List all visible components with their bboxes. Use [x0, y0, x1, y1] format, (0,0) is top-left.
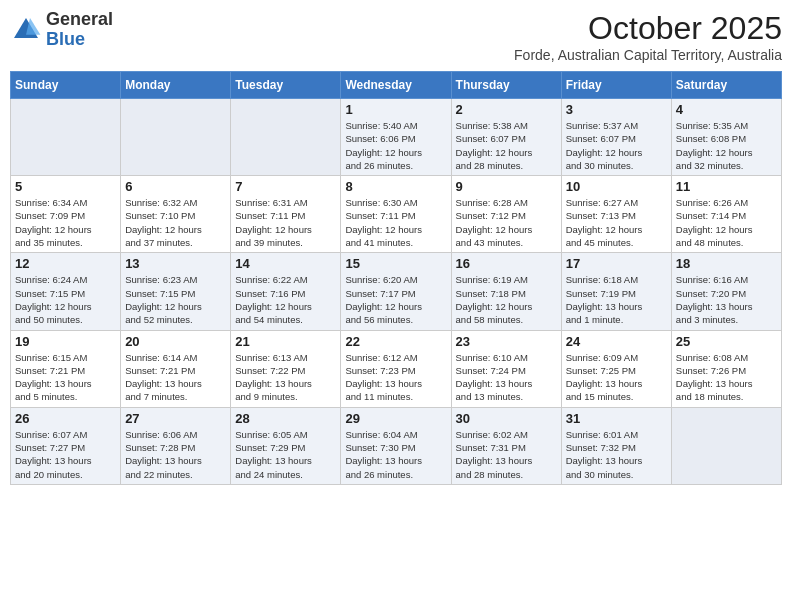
- day-number: 29: [345, 411, 446, 426]
- day-number: 18: [676, 256, 777, 271]
- calendar-cell: 12Sunrise: 6:24 AM Sunset: 7:15 PM Dayli…: [11, 253, 121, 330]
- day-info: Sunrise: 6:16 AM Sunset: 7:20 PM Dayligh…: [676, 273, 777, 326]
- day-number: 20: [125, 334, 226, 349]
- day-number: 10: [566, 179, 667, 194]
- day-number: 28: [235, 411, 336, 426]
- day-number: 26: [15, 411, 116, 426]
- calendar-cell: 30Sunrise: 6:02 AM Sunset: 7:31 PM Dayli…: [451, 407, 561, 484]
- logo-text: General Blue: [46, 10, 113, 50]
- calendar-table: SundayMondayTuesdayWednesdayThursdayFrid…: [10, 71, 782, 485]
- calendar-week-row: 12Sunrise: 6:24 AM Sunset: 7:15 PM Dayli…: [11, 253, 782, 330]
- title-block: October 2025 Forde, Australian Capital T…: [514, 10, 782, 63]
- calendar-cell: 18Sunrise: 6:16 AM Sunset: 7:20 PM Dayli…: [671, 253, 781, 330]
- location: Forde, Australian Capital Territory, Aus…: [514, 47, 782, 63]
- calendar-cell: [671, 407, 781, 484]
- day-info: Sunrise: 6:13 AM Sunset: 7:22 PM Dayligh…: [235, 351, 336, 404]
- day-info: Sunrise: 6:08 AM Sunset: 7:26 PM Dayligh…: [676, 351, 777, 404]
- calendar-cell: 4Sunrise: 5:35 AM Sunset: 6:08 PM Daylig…: [671, 99, 781, 176]
- day-number: 15: [345, 256, 446, 271]
- calendar-cell: 1Sunrise: 5:40 AM Sunset: 6:06 PM Daylig…: [341, 99, 451, 176]
- col-header-friday: Friday: [561, 72, 671, 99]
- day-info: Sunrise: 6:19 AM Sunset: 7:18 PM Dayligh…: [456, 273, 557, 326]
- col-header-monday: Monday: [121, 72, 231, 99]
- calendar-cell: 9Sunrise: 6:28 AM Sunset: 7:12 PM Daylig…: [451, 176, 561, 253]
- col-header-thursday: Thursday: [451, 72, 561, 99]
- day-number: 30: [456, 411, 557, 426]
- day-number: 22: [345, 334, 446, 349]
- day-number: 16: [456, 256, 557, 271]
- logo: General Blue: [10, 10, 113, 50]
- col-header-sunday: Sunday: [11, 72, 121, 99]
- day-info: Sunrise: 6:01 AM Sunset: 7:32 PM Dayligh…: [566, 428, 667, 481]
- calendar-cell: 19Sunrise: 6:15 AM Sunset: 7:21 PM Dayli…: [11, 330, 121, 407]
- logo-general: General: [46, 9, 113, 29]
- day-number: 21: [235, 334, 336, 349]
- day-info: Sunrise: 6:31 AM Sunset: 7:11 PM Dayligh…: [235, 196, 336, 249]
- calendar-cell: 10Sunrise: 6:27 AM Sunset: 7:13 PM Dayli…: [561, 176, 671, 253]
- calendar-cell: [231, 99, 341, 176]
- day-info: Sunrise: 6:05 AM Sunset: 7:29 PM Dayligh…: [235, 428, 336, 481]
- day-number: 2: [456, 102, 557, 117]
- day-number: 31: [566, 411, 667, 426]
- calendar-cell: 17Sunrise: 6:18 AM Sunset: 7:19 PM Dayli…: [561, 253, 671, 330]
- day-info: Sunrise: 6:32 AM Sunset: 7:10 PM Dayligh…: [125, 196, 226, 249]
- day-info: Sunrise: 6:26 AM Sunset: 7:14 PM Dayligh…: [676, 196, 777, 249]
- calendar-cell: 5Sunrise: 6:34 AM Sunset: 7:09 PM Daylig…: [11, 176, 121, 253]
- calendar-week-row: 26Sunrise: 6:07 AM Sunset: 7:27 PM Dayli…: [11, 407, 782, 484]
- day-info: Sunrise: 5:35 AM Sunset: 6:08 PM Dayligh…: [676, 119, 777, 172]
- col-header-tuesday: Tuesday: [231, 72, 341, 99]
- day-info: Sunrise: 6:14 AM Sunset: 7:21 PM Dayligh…: [125, 351, 226, 404]
- day-info: Sunrise: 6:27 AM Sunset: 7:13 PM Dayligh…: [566, 196, 667, 249]
- calendar-cell: 13Sunrise: 6:23 AM Sunset: 7:15 PM Dayli…: [121, 253, 231, 330]
- calendar-cell: 29Sunrise: 6:04 AM Sunset: 7:30 PM Dayli…: [341, 407, 451, 484]
- day-number: 6: [125, 179, 226, 194]
- calendar-cell: 16Sunrise: 6:19 AM Sunset: 7:18 PM Dayli…: [451, 253, 561, 330]
- calendar-header-row: SundayMondayTuesdayWednesdayThursdayFrid…: [11, 72, 782, 99]
- calendar-cell: 7Sunrise: 6:31 AM Sunset: 7:11 PM Daylig…: [231, 176, 341, 253]
- day-info: Sunrise: 6:18 AM Sunset: 7:19 PM Dayligh…: [566, 273, 667, 326]
- day-number: 12: [15, 256, 116, 271]
- day-info: Sunrise: 6:06 AM Sunset: 7:28 PM Dayligh…: [125, 428, 226, 481]
- day-info: Sunrise: 6:30 AM Sunset: 7:11 PM Dayligh…: [345, 196, 446, 249]
- day-number: 9: [456, 179, 557, 194]
- day-info: Sunrise: 6:04 AM Sunset: 7:30 PM Dayligh…: [345, 428, 446, 481]
- page-header: General Blue October 2025 Forde, Austral…: [10, 10, 782, 63]
- day-info: Sunrise: 6:09 AM Sunset: 7:25 PM Dayligh…: [566, 351, 667, 404]
- day-number: 1: [345, 102, 446, 117]
- calendar-cell: 25Sunrise: 6:08 AM Sunset: 7:26 PM Dayli…: [671, 330, 781, 407]
- logo-icon: [10, 14, 42, 46]
- calendar-week-row: 1Sunrise: 5:40 AM Sunset: 6:06 PM Daylig…: [11, 99, 782, 176]
- col-header-saturday: Saturday: [671, 72, 781, 99]
- calendar-cell: 27Sunrise: 6:06 AM Sunset: 7:28 PM Dayli…: [121, 407, 231, 484]
- calendar-cell: 26Sunrise: 6:07 AM Sunset: 7:27 PM Dayli…: [11, 407, 121, 484]
- day-info: Sunrise: 6:15 AM Sunset: 7:21 PM Dayligh…: [15, 351, 116, 404]
- day-info: Sunrise: 6:20 AM Sunset: 7:17 PM Dayligh…: [345, 273, 446, 326]
- day-number: 23: [456, 334, 557, 349]
- calendar-cell: 15Sunrise: 6:20 AM Sunset: 7:17 PM Dayli…: [341, 253, 451, 330]
- day-number: 17: [566, 256, 667, 271]
- day-info: Sunrise: 5:38 AM Sunset: 6:07 PM Dayligh…: [456, 119, 557, 172]
- svg-marker-1: [26, 18, 40, 35]
- calendar-cell: 31Sunrise: 6:01 AM Sunset: 7:32 PM Dayli…: [561, 407, 671, 484]
- calendar-cell: [121, 99, 231, 176]
- day-number: 4: [676, 102, 777, 117]
- day-info: Sunrise: 6:22 AM Sunset: 7:16 PM Dayligh…: [235, 273, 336, 326]
- calendar-cell: 14Sunrise: 6:22 AM Sunset: 7:16 PM Dayli…: [231, 253, 341, 330]
- calendar-cell: 2Sunrise: 5:38 AM Sunset: 6:07 PM Daylig…: [451, 99, 561, 176]
- day-info: Sunrise: 6:07 AM Sunset: 7:27 PM Dayligh…: [15, 428, 116, 481]
- calendar-cell: 3Sunrise: 5:37 AM Sunset: 6:07 PM Daylig…: [561, 99, 671, 176]
- day-number: 3: [566, 102, 667, 117]
- calendar-cell: 28Sunrise: 6:05 AM Sunset: 7:29 PM Dayli…: [231, 407, 341, 484]
- day-info: Sunrise: 6:12 AM Sunset: 7:23 PM Dayligh…: [345, 351, 446, 404]
- calendar-cell: [11, 99, 121, 176]
- calendar-cell: 6Sunrise: 6:32 AM Sunset: 7:10 PM Daylig…: [121, 176, 231, 253]
- day-info: Sunrise: 6:23 AM Sunset: 7:15 PM Dayligh…: [125, 273, 226, 326]
- day-number: 25: [676, 334, 777, 349]
- day-number: 19: [15, 334, 116, 349]
- calendar-week-row: 19Sunrise: 6:15 AM Sunset: 7:21 PM Dayli…: [11, 330, 782, 407]
- calendar-week-row: 5Sunrise: 6:34 AM Sunset: 7:09 PM Daylig…: [11, 176, 782, 253]
- day-number: 24: [566, 334, 667, 349]
- day-info: Sunrise: 6:28 AM Sunset: 7:12 PM Dayligh…: [456, 196, 557, 249]
- day-info: Sunrise: 6:34 AM Sunset: 7:09 PM Dayligh…: [15, 196, 116, 249]
- day-info: Sunrise: 6:24 AM Sunset: 7:15 PM Dayligh…: [15, 273, 116, 326]
